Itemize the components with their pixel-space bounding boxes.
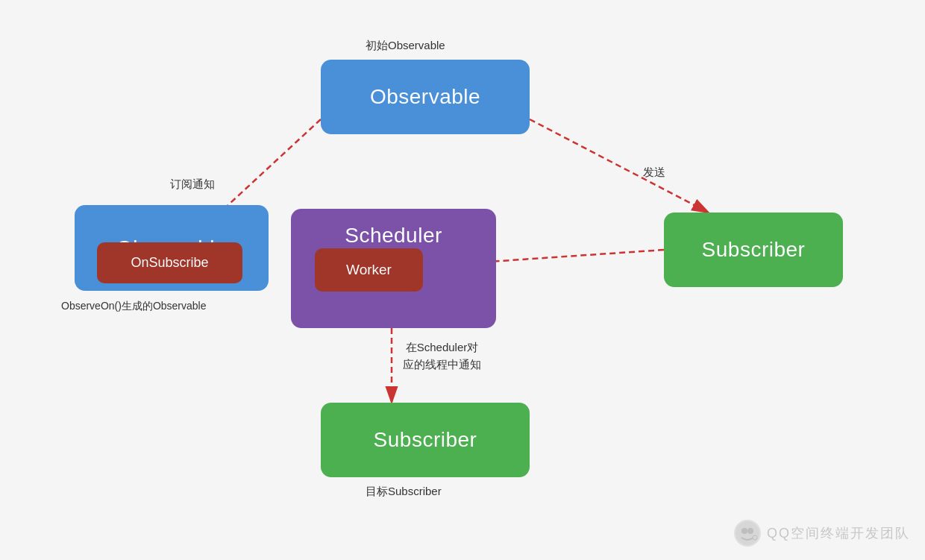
subscribe-notify-label: 订阅通知 — [170, 177, 215, 192]
subscriber-right-label: Subscriber — [702, 238, 806, 262]
svg-line-3 — [530, 119, 709, 213]
subscriber-right-node: Subscriber — [664, 213, 843, 287]
worker-node: Worker — [315, 248, 423, 292]
svg-point-7 — [747, 528, 753, 534]
subscriber-bottom-label: Subscriber — [374, 428, 477, 452]
on-subscribe-label: OnSubscribe — [131, 255, 208, 271]
observable-left-below-label: ObserveOn()生成的Observable — [61, 300, 207, 313]
observable-top-node: Observable — [321, 60, 530, 134]
observable-top-above-label: 初始Observable — [366, 39, 445, 53]
svg-point-5 — [736, 521, 759, 545]
worker-label: Worker — [346, 262, 392, 278]
subscriber-bottom-below-label: 目标Subscriber — [366, 485, 442, 499]
svg-point-6 — [741, 528, 747, 534]
on-subscribe-node: OnSubscribe — [97, 242, 242, 283]
svg-point-8 — [753, 535, 757, 540]
watermark-text: QQ空间终端开发团队 — [767, 524, 910, 542]
scheduler-notify-label: 在Scheduler对应的线程中通知 — [403, 339, 481, 373]
scheduler-label: Scheduler — [291, 224, 496, 248]
diagram-container: Observable 初始Observable Observable OnSub… — [0, 0, 925, 560]
watermark-icon — [734, 520, 761, 547]
send-label: 发送 — [643, 166, 665, 180]
subscriber-bottom-node: Subscriber — [321, 403, 530, 477]
watermark: QQ空间终端开发团队 — [734, 520, 910, 547]
observable-top-label: Observable — [370, 85, 480, 109]
